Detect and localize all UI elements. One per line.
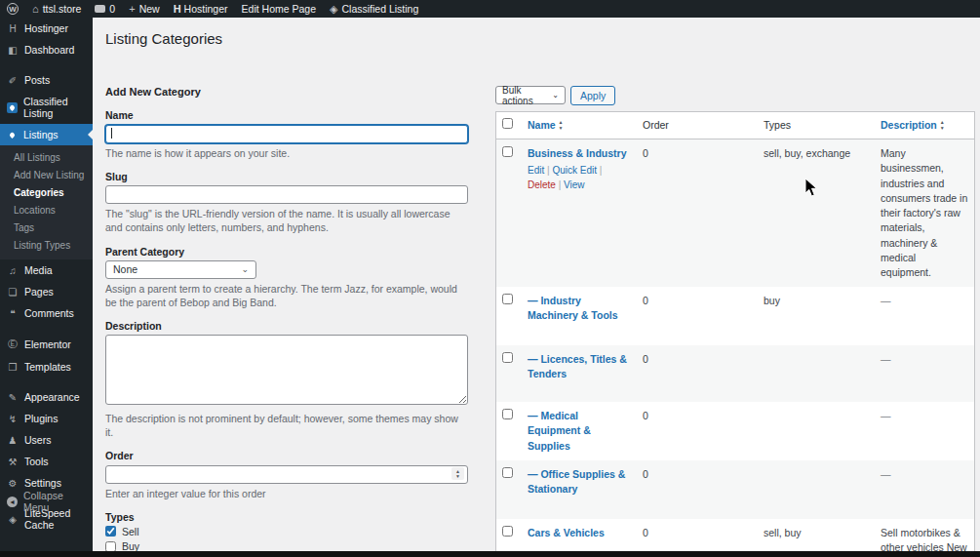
new-label: New [139, 3, 160, 15]
slug-label: Slug [105, 171, 468, 182]
category-link[interactable]: Business & Industry [528, 147, 627, 159]
apply-button[interactable]: Apply [570, 86, 615, 105]
diamond-icon: ◈ [330, 4, 337, 15]
submenu-add-new-listing[interactable]: Add New Listing [0, 166, 93, 183]
comments-icon: ❝ [7, 308, 19, 319]
sidebar-item-media[interactable]: ♫ Media [0, 259, 93, 281]
sidebar-label: Appearance [24, 391, 80, 403]
description-cell: — [875, 287, 974, 345]
separator: | [600, 165, 603, 176]
sidebar-item-plugins[interactable]: ↯ Plugins [0, 408, 93, 429]
bulk-actions-select[interactable]: Bulk actions ⌄ [495, 86, 566, 104]
sort-icon: ▲▼ [940, 120, 945, 131]
submenu-all-listings[interactable]: All Listings [0, 148, 93, 166]
order-cell: 0 [637, 460, 758, 519]
table-row: Business & Industry Edit | Quick Edit | … [496, 139, 974, 287]
plus-icon: + [129, 4, 135, 15]
categories-table-section: Bulk actions ⌄ Apply Name ▲▼ Order Types [495, 86, 977, 557]
listings-submenu: All Listings Add New Listing Categories … [0, 145, 93, 259]
sell-checkbox[interactable] [105, 526, 116, 537]
select-all-checkbox[interactable] [502, 118, 513, 129]
sidebar-item-tools[interactable]: ⚒ Tools [0, 451, 93, 472]
collapse-menu-label: Collapse Menu [23, 490, 86, 513]
table-row: — Industry Machinery & Tools 0 buy — [496, 287, 974, 345]
sidebar-item-comments[interactable]: ❝ Comments [0, 302, 93, 324]
types-cell: sell, buy, exchange [758, 139, 875, 287]
plugin-icon: ↯ [7, 414, 19, 424]
order-help: Enter an integer value for this order [105, 487, 468, 500]
sidebar-label: Elementor [24, 338, 71, 350]
sidebar-label: Templates [24, 361, 71, 373]
hostinger-icon: H [7, 23, 19, 34]
sidebar-item-listings[interactable]: Listings [0, 124, 93, 145]
sidebar-item-users[interactable]: ♟ Users [0, 429, 93, 451]
table-row: — Medical Equipment & Supplies 0 — [496, 402, 974, 460]
submenu-tags[interactable]: Tags [0, 219, 93, 236]
category-link[interactable]: — Industry Machinery & Tools [528, 295, 618, 321]
row-checkbox[interactable] [502, 146, 513, 157]
admin-sidebar: H Hostinger ◧ Dashboard ✐ Posts Classifi… [0, 18, 93, 557]
sidebar-item-classified-listing[interactable]: Classified Listing [0, 91, 93, 124]
submenu-listing-types[interactable]: Listing Types [0, 236, 93, 254]
parent-category-select[interactable]: None ⌄ [105, 260, 256, 279]
category-link[interactable]: Cars & Vehicles [528, 527, 605, 538]
order-cell: 0 [637, 402, 758, 460]
sidebar-item-appearance[interactable]: ✎ Appearance [0, 386, 93, 408]
order-cell: 0 [637, 139, 758, 287]
types-cell [758, 402, 875, 460]
slug-input[interactable] [105, 185, 468, 204]
row-checkbox[interactable] [502, 467, 513, 478]
name-field-group: Name The name is how it appears on your … [105, 109, 468, 160]
submenu-categories[interactable]: Categories [0, 183, 93, 201]
brush-icon: ✎ [7, 392, 19, 403]
collapse-menu-button[interactable]: ◂ Collapse Menu [0, 485, 93, 518]
sidebar-item-hostinger[interactable]: H Hostinger [0, 18, 93, 39]
user-icon: ♟ [7, 435, 19, 446]
name-input[interactable] [105, 125, 468, 143]
description-column-header[interactable]: Description ▲▼ [881, 118, 945, 133]
types-cell: buy [758, 287, 875, 345]
name-column-header[interactable]: Name ▲▼ [528, 118, 564, 133]
category-link[interactable]: — Office Supplies & Stationary [528, 468, 625, 495]
category-link[interactable]: — Medical Equipment & Supplies [528, 410, 591, 451]
row-checkbox[interactable] [502, 526, 513, 537]
name-label: Name [105, 109, 468, 121]
edit-home-page-link[interactable]: Edit Home Page [235, 0, 323, 18]
description-cell: — [875, 402, 974, 460]
edit-link[interactable]: Edit [528, 165, 544, 176]
order-input[interactable] [105, 465, 468, 484]
view-link[interactable]: View [564, 179, 585, 190]
media-icon: ♫ [7, 265, 19, 276]
sidebar-label: Classified Listing [23, 96, 86, 119]
wordpress-logo-menu[interactable]: W [0, 0, 25, 18]
quick-edit-link[interactable]: Quick Edit [552, 165, 597, 176]
sidebar-item-templates[interactable]: ❐ Templates [0, 356, 93, 378]
hostinger-menu[interactable]: H Hostinger [167, 0, 235, 18]
row-checkbox[interactable] [502, 352, 513, 363]
row-checkbox[interactable] [502, 294, 513, 304]
order-cell: 0 [637, 345, 758, 402]
sidebar-item-posts[interactable]: ✐ Posts [0, 69, 93, 91]
sort-icon: ▲▼ [559, 120, 564, 131]
sidebar-item-elementor[interactable]: Ⓔ Elementor [0, 333, 93, 356]
new-content-menu[interactable]: + New [122, 0, 166, 18]
comments-count: 0 [109, 3, 115, 15]
elementor-icon: Ⓔ [7, 338, 19, 351]
number-stepper-icon[interactable]: ▲▼ [451, 467, 464, 480]
table-row: — Licences, Titles & Tenders 0 — [496, 345, 974, 402]
sidebar-item-dashboard[interactable]: ◧ Dashboard [0, 39, 93, 60]
comments-link[interactable]: 0 [88, 0, 122, 18]
order-field-group: Order ▲▼ Enter an integer value for this… [105, 450, 468, 500]
text-caret [111, 128, 112, 139]
category-link[interactable]: — Licences, Titles & Tenders [528, 353, 627, 379]
bulk-actions-value: Bulk actions [502, 85, 552, 106]
submenu-locations[interactable]: Locations [0, 201, 93, 219]
classified-listing-menu[interactable]: ◈ Classified Listing [323, 0, 425, 18]
delete-link[interactable]: Delete [528, 179, 556, 190]
parent-category-value: None [113, 263, 137, 275]
sidebar-item-pages[interactable]: ❏ Pages [0, 281, 93, 302]
sidebar-label: Media [24, 264, 53, 276]
row-checkbox[interactable] [502, 409, 513, 419]
site-name-link[interactable]: ⌂ ttsl.store [25, 0, 88, 18]
description-textarea[interactable] [105, 335, 468, 405]
